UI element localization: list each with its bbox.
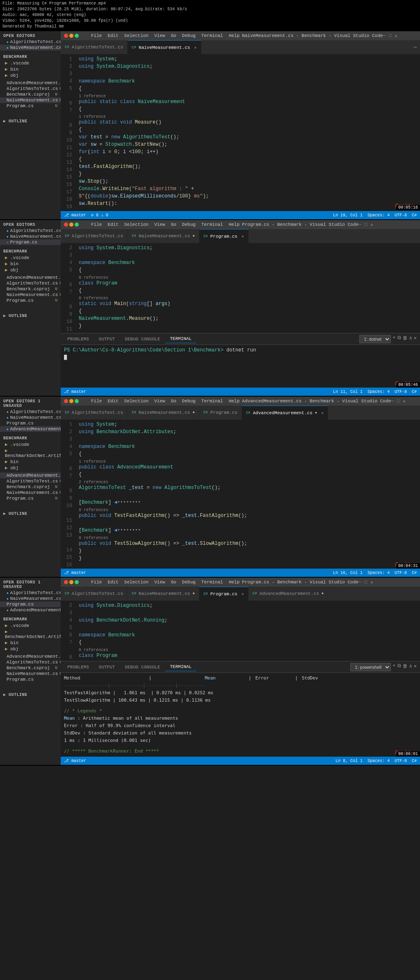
sidebar-folder-vscode-4[interactable]: ▶ .vscode xyxy=(0,622,61,629)
tab-4-a[interactable]: C# AlgorithmsToTest.cs xyxy=(61,587,128,601)
minimize-btn-1[interactable]: ─ xyxy=(383,33,386,39)
menu-file-4[interactable]: File xyxy=(89,579,104,585)
sidebar-folder-bdna-3[interactable]: ▶ BenchmarkDotNet.Artifacts xyxy=(0,448,61,459)
menu-go-3[interactable]: Go xyxy=(169,398,179,404)
menu-file-3[interactable]: File xyxy=(89,398,104,404)
menu-debug-4[interactable]: Debug xyxy=(180,579,198,585)
tab-close-2c[interactable]: ✕ xyxy=(242,234,244,239)
sidebar-file-advanced-3[interactable]: AdvancedMeasurement.cs U xyxy=(0,473,61,478)
sidebar-file-algorithms-2[interactable]: AlgorithmsToTest.cs U xyxy=(0,280,61,286)
sidebar-file-algorithms-1[interactable]: AlgorithmsToTest.cs U xyxy=(0,86,61,92)
sidebar-folder-obj-3[interactable]: ▶ obj xyxy=(0,465,61,471)
terminal-add-4[interactable]: + xyxy=(393,663,395,671)
sidebar-item-algorithms-2[interactable]: ● AlgorithmsToTest.cs U xyxy=(0,228,61,234)
sidebar-item-3-2[interactable]: ● NaiveMeasurement.cs U xyxy=(0,415,61,420)
menu-selection-4[interactable]: Selection xyxy=(122,579,151,585)
sidebar-file-program-1[interactable]: Program.cs U xyxy=(0,103,61,109)
terminal-dropdown-2[interactable]: 1: dotnet xyxy=(359,335,391,343)
maximize-btn-3[interactable]: □ xyxy=(397,399,400,404)
sidebar-item-algorithms-1[interactable]: ● AlgorithmsToTest.cs U xyxy=(0,39,61,45)
tab-action-split-1[interactable]: ⋯ xyxy=(414,44,417,50)
terminal-tab-terminal-4[interactable]: TERMINAL xyxy=(165,663,196,671)
menu-help-3[interactable]: Help xyxy=(226,398,242,404)
close-btn-2[interactable]: ✕ xyxy=(370,222,373,227)
tab-algorithms-2[interactable]: C# AlgorithmsToTest.cs xyxy=(61,229,128,243)
terminal-chevron-4[interactable]: ∧ xyxy=(409,663,412,671)
sidebar-file-program-3[interactable]: Program.cs U xyxy=(0,496,61,501)
menu-debug-2[interactable]: Debug xyxy=(180,221,198,228)
sidebar-item-4-4[interactable]: ● AdvancedMeasurement.cs U xyxy=(0,607,61,613)
sidebar-folder-bin-3[interactable]: ▶ bin xyxy=(0,459,61,465)
menu-selection-1[interactable]: Selection xyxy=(122,32,151,39)
terminal-tab-debug-2[interactable]: DEBUG CONSOLE xyxy=(120,335,165,343)
tab-naive-2[interactable]: C# NaiveMeasurement.cs ● xyxy=(128,229,199,243)
menu-debug-3[interactable]: Debug xyxy=(180,398,198,404)
terminal-trash-4[interactable]: 🗑 xyxy=(403,663,408,671)
maximize-btn-2[interactable]: □ xyxy=(365,222,368,227)
menu-terminal-4[interactable]: Terminal xyxy=(199,579,226,585)
menu-go-1[interactable]: Go xyxy=(169,32,179,39)
terminal-tab-output-4[interactable]: OUTPUT xyxy=(94,663,120,671)
sidebar-folder-bdna-4[interactable]: ▶ BenchmarkDotNet.Artifacts xyxy=(0,629,61,640)
tab-algorithms-1[interactable]: C# AlgorithmsToTest.cs xyxy=(61,40,128,55)
sidebar-file-naive-1[interactable]: NaiveMeasurement.cs U xyxy=(0,97,61,103)
menu-selection-2[interactable]: Selection xyxy=(122,221,151,228)
tab-4-c[interactable]: C# Program.cs ✕ xyxy=(199,587,249,601)
sidebar-file-csproj-3[interactable]: Benchmark.csproj U xyxy=(0,484,61,490)
terminal-tab-debug-4[interactable]: DEBUG CONSOLE xyxy=(120,663,165,671)
terminal-chevron-2[interactable]: ∧ xyxy=(409,335,412,343)
menu-file-2[interactable]: File xyxy=(89,221,104,228)
sidebar-file-program-4[interactable]: Program.cs xyxy=(0,677,61,682)
minimize-btn-2[interactable]: ─ xyxy=(358,222,361,227)
menu-edit-3[interactable]: Edit xyxy=(105,398,121,404)
sidebar-file-csproj-2[interactable]: Benchmark.csproj U xyxy=(0,286,61,292)
menu-help-4[interactable]: Help xyxy=(226,579,242,585)
sidebar-folder-obj-1[interactable]: ▶ obj xyxy=(0,72,61,78)
sidebar-file-naive-2[interactable]: NaiveMeasurement.cs U xyxy=(0,292,61,298)
menu-view-2[interactable]: View xyxy=(152,221,167,228)
sidebar-folder-obj-4[interactable]: ▶ obj xyxy=(0,646,61,652)
sidebar-item-3-1[interactable]: ● AlgorithmsToTest.cs U xyxy=(0,409,61,415)
terminal-close-2[interactable]: ✕ xyxy=(414,335,417,343)
menu-view-4[interactable]: View xyxy=(152,579,167,585)
sidebar-file-algorithms-4[interactable]: AlgorithmsToTest.cs U xyxy=(0,659,61,665)
sidebar-file-advanced-4[interactable]: AdvancedMeasurement.cs U xyxy=(0,654,61,659)
minimize-btn-3[interactable]: ─ xyxy=(391,399,394,404)
tab-close-4c[interactable]: ✕ xyxy=(242,592,244,597)
menu-view-1[interactable]: View xyxy=(152,32,167,39)
close-btn-1[interactable]: ✕ xyxy=(395,33,398,39)
sidebar-folder-bin-1[interactable]: ▶ bin xyxy=(0,66,61,72)
menu-help-1[interactable]: Help xyxy=(226,32,242,39)
sidebar-file-naive-3[interactable]: NaiveMeasurement.cs U xyxy=(0,490,61,496)
tab-3-b[interactable]: C# NaiveMeasurement.cs ● xyxy=(128,406,199,420)
close-btn-3[interactable]: ✕ xyxy=(403,399,406,404)
terminal-add-2[interactable]: + xyxy=(393,335,395,343)
sidebar-item-3-3[interactable]: Program.cs xyxy=(0,420,61,426)
sidebar-file-algorithms-3[interactable]: AlgorithmsToTest.cs U xyxy=(0,478,61,484)
sidebar-folder-bin-2[interactable]: ▶ bin xyxy=(0,261,61,267)
sidebar-item-program-2[interactable]: ✕ Program.cs xyxy=(0,239,61,245)
sidebar-file-csproj-1[interactable]: Benchmark.csproj U xyxy=(0,92,61,97)
terminal-tab-problems-2[interactable]: PROBLEMS xyxy=(62,335,94,343)
sidebar-file-advanced-1[interactable]: AdvancedMeasurement.cs U xyxy=(0,80,61,86)
sidebar-item-naive-2[interactable]: ● NaiveMeasurement.cs U xyxy=(0,234,61,239)
menu-selection-3[interactable]: Selection xyxy=(122,398,151,404)
menu-view-3[interactable]: View xyxy=(152,398,167,404)
menu-go-2[interactable]: Go xyxy=(169,221,179,228)
terminal-tab-problems-4[interactable]: PROBLEMS xyxy=(62,663,94,671)
menu-terminal-2[interactable]: Terminal xyxy=(199,221,226,228)
sidebar-file-csproj-4[interactable]: Benchmark.csproj U xyxy=(0,665,61,671)
tab-4-d[interactable]: C# AdvancedMeasurement.cs ● xyxy=(249,587,328,601)
sidebar-folder-vscode-1[interactable]: ▶ .vscode xyxy=(0,60,61,66)
sidebar-item-4-2[interactable]: ● NaiveMeasurement.cs U xyxy=(0,596,61,601)
menu-debug-1[interactable]: Debug xyxy=(180,32,198,39)
terminal-split-2[interactable]: ⧉ xyxy=(397,335,401,343)
menu-edit-2[interactable]: Edit xyxy=(105,221,121,228)
sidebar-item-3-4[interactable]: ● AdvancedMeasurement.cs U xyxy=(0,426,61,432)
menu-terminal-1[interactable]: Terminal xyxy=(199,32,226,39)
sidebar-item-4-1[interactable]: ● AlgorithmsToTest.cs U xyxy=(0,590,61,596)
sidebar-folder-bin-4[interactable]: ▶ bin xyxy=(0,640,61,646)
terminal-dropdown-4[interactable]: 1: powershell xyxy=(350,663,391,671)
tab-3-c[interactable]: C# Program.cs xyxy=(199,406,242,420)
menu-edit-1[interactable]: Edit xyxy=(105,32,121,39)
